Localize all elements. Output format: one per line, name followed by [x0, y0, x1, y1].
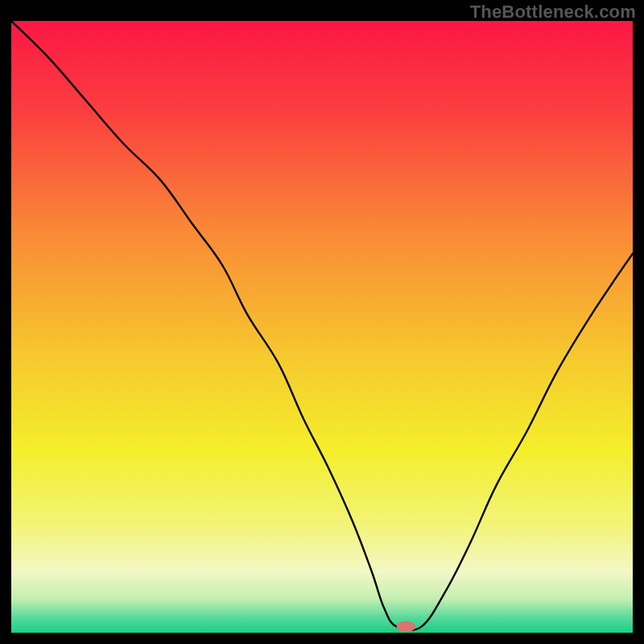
optimal-point-marker [397, 621, 415, 633]
plot-area [11, 21, 633, 633]
chart-container: TheBottleneck.com [0, 0, 644, 644]
gradient-background [11, 21, 633, 633]
chart-svg [11, 21, 633, 633]
watermark-text: TheBottleneck.com [470, 2, 636, 23]
